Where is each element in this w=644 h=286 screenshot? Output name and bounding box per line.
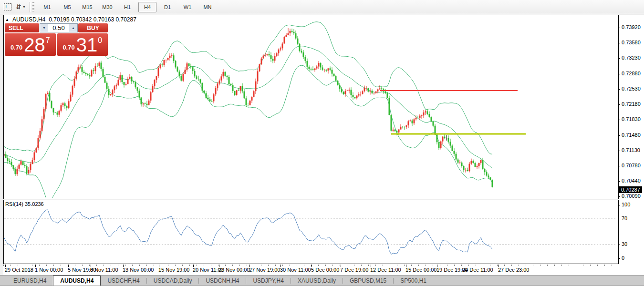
time-tick-label: 8 Nov 11:00 [90,267,118,273]
time-tick-label: 5 Dec 00:00 [311,267,339,273]
timeframe-w1[interactable]: W1 [178,2,197,12]
rsi-tick [618,245,620,245]
chart-symbol-period: AUDUSD,H4 [12,16,45,23]
rsi-line [4,210,492,254]
volume-input[interactable] [48,24,69,32]
price-tick-label: 0.73230 [622,55,641,61]
timeframe-m15[interactable]: M15 [78,2,96,12]
price-tick [618,43,620,43]
tab-usdchf-h4[interactable]: USDCHF,H4 [101,276,146,286]
volume-decrease-button[interactable]: ▼ [40,24,48,32]
rsi-tick [618,258,620,259]
mt4-window: { "toolbar": { "icon_buttons": [ {"name"… [0,0,644,286]
time-tick-label: 23 Nov 00:00 [218,267,249,273]
rsi-label: RSI(14) 35.0236 [5,201,44,207]
tab-usdjpy-h4[interactable]: USDJPY,H4 [246,276,290,286]
timeframe-h4[interactable]: H4 [138,2,156,12]
buy-price-button[interactable]: 0.70 31 0 [57,33,108,56]
price-tick [618,135,620,136]
buy-button[interactable]: BUY [78,23,108,32]
price-tick [618,151,620,151]
sell-price-button[interactable]: 0.70 28 7 [5,33,56,56]
price-tick [618,120,620,120]
toolbar-separator [30,2,31,12]
price-tick-label: 0.70440 [622,178,641,184]
collapse-triangle-icon[interactable]: ▲ [5,18,9,22]
tab-usdcad-daily[interactable]: USDCAD,Daily [147,276,199,286]
buy-price-pip: 0 [98,36,102,45]
volume-increase-button[interactable]: ▲ [69,24,77,32]
chart-tab-bar: EURUSD,H4AUDUSD,H4USDCHF,H4USDCAD,DailyU… [0,275,644,286]
sell-price-prefix: 0.70 [10,44,22,51]
price-tick-label: 0.72180 [622,101,641,107]
rsi-tick-label: 0 [622,255,624,261]
timeframe-mn[interactable]: MN [198,2,217,12]
tab-xauusd-daily[interactable]: XAUUSD,Daily [291,276,343,286]
ohlc-values: 0.70195 0.70342 0.70163 0.70287 [49,16,136,23]
cursor-select-icon: T [4,3,11,10]
price-tick-label: 0.73920 [622,24,641,30]
price-tick [618,28,620,28]
price-tick [618,104,620,105]
price-tick-label: 0.71830 [622,116,641,122]
tab-sp500-h1[interactable]: SP500,H1 [394,276,433,286]
tab-usdcnh-h4[interactable]: USDCNH,H4 [199,276,246,286]
arrange-charts-icon: ⇵ [16,3,21,10]
tab-gbpusd-m15[interactable]: GBPUSD,M15 [343,276,393,286]
price-tick [618,58,620,59]
time-tick-label: 27 Nov 19:00 [249,267,280,273]
top-toolbar: T ⇵ ▼ M1M5M15M30H1H4D1W1MN [0,0,644,14]
tab-audusd-h4[interactable]: AUDUSD,H4 [53,276,101,286]
rsi-axis: 10070300 [618,200,644,264]
sell-price-big: 28 [24,35,45,54]
price-axis[interactable]: 0.70287 0.739200.735800.732300.728800.72… [618,15,644,199]
price-tick-label: 0.70780 [622,163,641,168]
price-tick-label: 0.71130 [622,147,640,153]
rsi-tick [618,205,620,205]
time-tick-label: 12 Dec 11:00 [370,267,401,273]
cursor-select-button[interactable]: T [2,2,13,12]
volume-control: ▼ ▲ [40,23,78,32]
tab-eurusd-h4[interactable]: EURUSD,H4 [7,276,53,286]
time-axis-minor-ticks [3,265,618,266]
price-tick [618,74,620,74]
rsi-tick-label: 100 [622,202,630,207]
time-tick-label: 1 Nov 00:00 [35,267,63,273]
time-tick-label: 15 Dec 00:00 [405,267,436,273]
timeframe-m30[interactable]: M30 [98,2,116,12]
price-tick-label: 0.70090 [622,193,641,199]
chart-header: ▲ AUDUSD,H4 0.70195 0.70342 0.70163 0.70… [5,16,136,23]
timeframe-h1[interactable]: H1 [118,2,136,12]
rsi-chart[interactable] [4,200,617,263]
price-tick-label: 0.72530 [622,86,641,92]
rsi-tick-label: 30 [622,241,627,247]
rsi-tick [618,219,620,219]
horizontal-lines-layer[interactable] [380,91,526,134]
timeframe-group: M1M5M15M30H1H4D1W1MN [37,2,218,12]
timeframe-d1[interactable]: D1 [158,2,177,12]
buy-price-big: 31 [76,35,98,54]
price-tick [618,181,620,182]
one-click-trade-panel: SELL ▼ ▲ BUY 0.70 28 7 0.70 31 0 [5,23,108,56]
rsi-tick-label: 70 [622,215,627,221]
timeframe-m1[interactable]: M1 [38,2,56,12]
rsi-pane[interactable]: RSI(14) 35.0236 [3,200,619,264]
toolbar-grip[interactable] [32,2,34,12]
time-tick-label: 13 Nov 00:00 [123,267,154,273]
price-tick-label: 0.72880 [622,71,641,76]
price-tick [618,89,620,90]
dropdown-caret-icon: ▼ [22,5,26,9]
time-tick-label: 27 Dec 23:00 [498,267,529,273]
timeframe-m5[interactable]: M5 [58,2,76,12]
price-tick-label: 0.71480 [622,132,641,138]
arrange-charts-button[interactable]: ⇵ ▼ [15,2,27,12]
time-axis[interactable]: 29 Oct 20181 Nov 00:005 Nov 19:008 Nov 1… [3,265,644,275]
sell-button[interactable]: SELL [5,23,39,32]
time-tick-label: 30 Nov 11:00 [280,267,311,273]
sell-price-pip: 7 [46,36,50,45]
chart-pane[interactable]: ▲ AUDUSD,H4 0.70195 0.70342 0.70163 0.70… [3,15,619,199]
price-tick-label: 0.73580 [622,40,641,45]
current-price-badge: 0.70287 [619,186,642,193]
price-tick [618,196,620,197]
price-tick [618,166,620,166]
